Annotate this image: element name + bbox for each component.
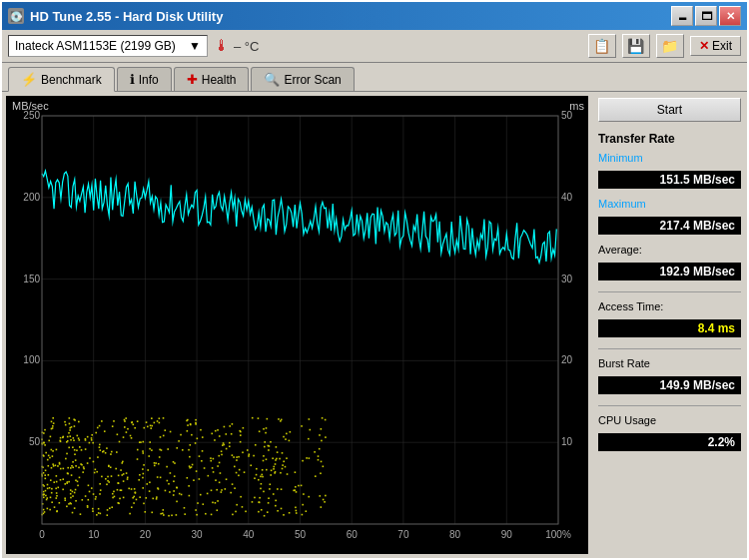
access-time-label: Access Time:	[598, 300, 741, 312]
main-content: MB/sec ms Start Transfer Rate Minimum 15…	[2, 91, 747, 558]
cpu-usage-label: CPU Usage	[598, 414, 741, 426]
tab-benchmark-label: Benchmark	[41, 73, 102, 87]
health-icon: ✚	[187, 72, 198, 87]
title-bar: 💽 HD Tune 2.55 - Hard Disk Utility 🗕 🗖 ✕	[2, 2, 747, 30]
main-window: 💽 HD Tune 2.55 - Hard Disk Utility 🗕 🗖 ✕…	[0, 0, 749, 560]
access-time-value: 8.4 ms	[598, 319, 741, 337]
thermometer-icon: 🌡	[214, 37, 230, 55]
app-icon: 💽	[8, 8, 24, 24]
folder-icon-button[interactable]: 📁	[656, 34, 684, 58]
benchmark-chart	[6, 96, 588, 554]
right-panel: Start Transfer Rate Minimum 151.5 MB/sec…	[592, 92, 747, 558]
tab-info-label: Info	[139, 73, 159, 87]
drive-name: Inateck ASM1153E (2199 GB)	[15, 39, 176, 53]
tab-error-scan-label: Error Scan	[284, 73, 341, 87]
temp-value: – °C	[234, 39, 259, 54]
benchmark-icon: ⚡	[21, 72, 37, 87]
exit-button[interactable]: ✕ Exit	[690, 36, 741, 56]
maximize-button[interactable]: 🗖	[695, 6, 717, 26]
tab-benchmark[interactable]: ⚡ Benchmark	[8, 67, 115, 92]
close-button[interactable]: ✕	[719, 6, 741, 26]
tab-health[interactable]: ✚ Health	[174, 67, 250, 91]
info-icon: ℹ	[130, 72, 135, 87]
error-scan-icon: 🔍	[264, 72, 280, 87]
divider-1	[598, 291, 741, 292]
tab-health-label: Health	[202, 73, 237, 87]
start-button[interactable]: Start	[598, 98, 741, 122]
window-controls: 🗕 🗖 ✕	[671, 6, 741, 26]
exit-x-icon: ✕	[699, 39, 709, 53]
drive-selector[interactable]: Inateck ASM1153E (2199 GB) ▼	[8, 35, 208, 57]
tab-info[interactable]: ℹ Info	[117, 67, 172, 91]
temperature-display: 🌡 – °C	[214, 37, 259, 55]
transfer-rate-title: Transfer Rate	[598, 132, 741, 146]
exit-label: Exit	[712, 39, 732, 53]
burst-rate-value: 149.9 MB/sec	[598, 376, 741, 394]
dropdown-arrow: ▼	[189, 39, 201, 53]
divider-2	[598, 348, 741, 349]
save-icon-button[interactable]: 💾	[622, 34, 650, 58]
tab-error-scan[interactable]: 🔍 Error Scan	[251, 67, 354, 91]
chart-left-label: MB/sec	[12, 100, 49, 112]
burst-rate-label: Burst Rate	[598, 357, 741, 369]
copy-icon-button[interactable]: 📋	[588, 34, 616, 58]
minimize-button[interactable]: 🗕	[671, 6, 693, 26]
average-label: Average:	[598, 244, 741, 256]
window-title: HD Tune 2.55 - Hard Disk Utility	[30, 9, 671, 24]
average-value: 192.9 MB/sec	[598, 263, 741, 280]
minimum-label: Minimum	[598, 152, 741, 164]
toolbar: Inateck ASM1153E (2199 GB) ▼ 🌡 – °C 📋 💾 …	[2, 30, 747, 63]
minimum-value: 151.5 MB/sec	[598, 171, 741, 189]
chart-right-label: ms	[569, 100, 584, 112]
maximum-value: 217.4 MB/sec	[598, 217, 741, 235]
tab-bar: ⚡ Benchmark ℹ Info ✚ Health 🔍 Error Scan	[2, 63, 747, 91]
maximum-label: Maximum	[598, 198, 741, 210]
cpu-usage-value: 2.2%	[598, 433, 741, 451]
divider-3	[598, 405, 741, 406]
chart-area: MB/sec ms	[6, 96, 588, 554]
